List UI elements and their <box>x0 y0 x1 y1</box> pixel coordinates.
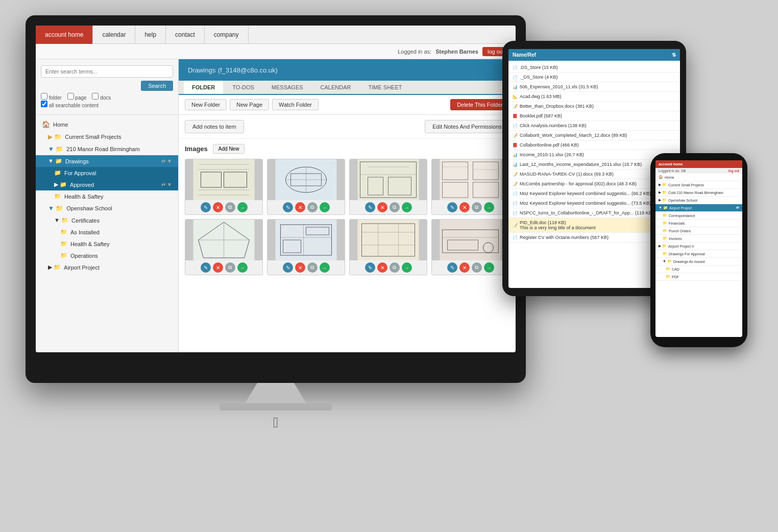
list-item[interactable]: 📝 Better_than_Dropbox.docx (381 KB) <box>508 102 680 111</box>
phone-item-airport[interactable]: ▼ 📁 Airport Project ⇄ <box>655 204 742 212</box>
sidebar-item-current-small[interactable]: ▶ 📁 Current Small Projects <box>36 131 178 143</box>
search-input[interactable] <box>41 65 173 78</box>
sidebar-item-certificates[interactable]: ▼ 📁 Certificates <box>36 214 178 226</box>
thumb-copy-btn[interactable]: ⧉ <box>307 202 318 212</box>
thumb-copy-btn[interactable]: ⧉ <box>472 202 482 212</box>
sidebar-item-approved[interactable]: ▶ 📁 Approved ⇄ ▼ <box>36 179 178 190</box>
add-new-image-button[interactable]: Add New <box>213 144 245 154</box>
phone-item-punch-orders[interactable]: 📁 Punch Orders <box>655 227 742 235</box>
nav-tab-company[interactable]: company <box>205 26 249 44</box>
phone-logout[interactable]: log out <box>728 169 739 173</box>
watch-folder-button[interactable]: Watch Folder <box>272 99 319 110</box>
thumb-move-btn[interactable]: → <box>484 262 494 273</box>
phone-item-current-small[interactable]: ▶ 📁 Current Small Projects <box>655 181 742 189</box>
phone-item-drawings-issued[interactable]: ▼ 📁 Drawings As Issued <box>655 258 742 265</box>
thumb-move-btn[interactable]: → <box>484 202 494 212</box>
thumb-delete-btn[interactable]: ✕ <box>377 202 387 212</box>
tab-messages[interactable]: MESSAGES <box>263 81 311 94</box>
thumb-delete-btn[interactable]: ✕ <box>295 202 305 212</box>
phone-item-openshaw[interactable]: ▶ 📁 Openshaw School <box>655 197 742 204</box>
sidebar-item-as-installed[interactable]: 📁 As Installed <box>36 226 178 238</box>
list-item[interactable]: 📐 Acad.dwg (1.63 MB) <box>508 92 680 102</box>
thumb-copy-btn[interactable]: ⧉ <box>472 262 482 273</box>
list-item[interactable]: 📝 Collabor8_Work_completed_March_12.docx… <box>508 131 680 140</box>
sidebar-item-manor-road[interactable]: ▼ 📁 210 Manor Road Birmingham <box>36 143 178 155</box>
phone-item-correspondance[interactable]: 📁 Correspondance <box>655 212 742 220</box>
list-item[interactable]: 📄 ._DS_Store (4 KB) <box>508 72 680 82</box>
folder-checkbox[interactable] <box>41 93 47 100</box>
list-item[interactable]: 📄 Click Analysis.numbers (138 KB) <box>508 121 680 131</box>
phone-item-financials[interactable]: 📁 Financials <box>655 220 742 227</box>
nav-tab-account-home[interactable]: account home <box>36 26 93 44</box>
all-content-checkbox[interactable] <box>41 101 47 107</box>
thumb-delete-btn[interactable]: ✕ <box>213 202 223 212</box>
phone-item-drawings-approval[interactable]: 📁 Drawings For Approval <box>655 250 742 258</box>
item-label: PDF <box>672 275 679 279</box>
thumb-edit-btn[interactable]: ✎ <box>283 202 293 212</box>
phone-item-manor[interactable]: ▶ 📁 Cold 210 Manor Road Birmingham <box>655 189 742 197</box>
tab-todos[interactable]: TO-DOS <box>224 81 262 94</box>
list-item[interactable]: 📕 Collabor8online.pdf (466 KB) <box>508 140 680 150</box>
thumb-edit-btn[interactable]: ✎ <box>283 262 293 273</box>
delete-folder-button[interactable]: Delete This Folder <box>450 99 509 110</box>
thumb-copy-btn[interactable]: ⧉ <box>390 202 400 212</box>
nav-tab-contact[interactable]: contact <box>166 26 205 44</box>
file-name: MASUD-RANA-TAREK-CV (1).docx (69.3 KB) <box>520 172 614 177</box>
thumb-delete-btn[interactable]: ✕ <box>295 262 305 273</box>
thumb-copy-btn[interactable]: ⧉ <box>390 262 400 273</box>
file-name: Booklet.pdf (687 KB) <box>520 113 562 118</box>
phone-item-cad[interactable]: 📁 CAD <box>655 265 742 273</box>
tab-timesheet[interactable]: TIME SHEET <box>360 81 410 94</box>
docs-checkbox[interactable] <box>92 93 99 100</box>
sidebar-item-airport[interactable]: ▶ 📁 Airport Project <box>36 261 178 273</box>
add-notes-button[interactable]: Add notes to item <box>185 120 244 133</box>
thumb-edit-btn[interactable]: ✎ <box>201 262 211 273</box>
thumb-delete-btn[interactable]: ✕ <box>459 202 470 212</box>
thumb-move-btn[interactable]: → <box>402 202 412 212</box>
new-page-button[interactable]: New Page <box>230 99 269 110</box>
nav-tab-help[interactable]: help <box>135 26 166 44</box>
thumb-copy-btn[interactable]: ⧉ <box>307 262 318 273</box>
thumb-move-btn[interactable]: → <box>320 262 330 273</box>
file-icon: 📄 <box>513 65 518 70</box>
thumb-copy-btn[interactable]: ⧉ <box>225 202 235 212</box>
phone-item-home[interactable]: 🏠 Home <box>655 174 742 181</box>
thumb-move-btn[interactable]: → <box>237 262 248 273</box>
sidebar-item-drawings[interactable]: ▼ 📁 Drawings ⇄ ▼ <box>36 155 178 167</box>
thumb-delete-btn[interactable]: ✕ <box>459 262 470 273</box>
thumb-edit-btn[interactable]: ✎ <box>447 262 457 273</box>
thumb-edit-btn[interactable]: ✎ <box>201 202 211 212</box>
new-folder-button[interactable]: New Folder <box>185 99 227 110</box>
search-options: folder page docs all searchable content <box>41 91 173 108</box>
sidebar-item-health-saftey-2[interactable]: 📁 Health & Saftey <box>36 238 178 250</box>
thumb-delete-btn[interactable]: ✕ <box>377 262 387 273</box>
thumb-delete-btn[interactable]: ✕ <box>213 262 223 273</box>
page-checkbox[interactable] <box>67 93 74 100</box>
list-item[interactable]: 📄 .DS_Store (15 KB) <box>508 63 680 72</box>
thumb-edit-btn[interactable]: ✎ <box>365 202 375 212</box>
nav-tab-calendar[interactable]: calendar <box>93 26 135 44</box>
sidebar-item-operations[interactable]: 📁 Operations <box>36 250 178 261</box>
sidebar-item-for-approval[interactable]: 📁 For Approval <box>36 167 178 179</box>
tab-calendar[interactable]: CALENDAR <box>312 81 359 94</box>
tablet-sort-icon[interactable]: ⇅ <box>672 52 676 58</box>
sidebar-item-health-saftey-1[interactable]: 📁 Health & Saftey <box>36 190 178 202</box>
sidebar-item-home[interactable]: 🏠 Home <box>36 118 178 131</box>
sidebar-item-openshaw[interactable]: ▼ 📁 Openshaw School <box>36 202 178 214</box>
thumb-edit-btn[interactable]: ✎ <box>447 202 457 212</box>
edit-permissions-button[interactable]: Edit Notes And Permissions <box>425 120 509 133</box>
folder-open-icon: ▼ 📁 <box>659 206 668 210</box>
thumb-move-btn[interactable]: → <box>320 202 330 212</box>
thumb-move-btn[interactable]: → <box>402 262 412 273</box>
thumb-edit-btn[interactable]: ✎ <box>365 262 375 273</box>
phone-item-airport2[interactable]: ▶ 📁 Airport Project II <box>655 243 742 250</box>
search-button[interactable]: Search <box>141 81 173 91</box>
phone-item-pdf[interactable]: 📁 PDF <box>655 273 742 281</box>
sidebar: Search folder page docs all searchable c… <box>36 59 179 352</box>
thumb-move-btn[interactable]: → <box>237 202 248 212</box>
tab-folder[interactable]: FOLDER <box>184 81 223 94</box>
thumb-copy-btn[interactable]: ⧉ <box>225 262 235 273</box>
list-item[interactable]: 📊 506_Expenses_2010_11.xls (31.5 KB) <box>508 82 680 92</box>
list-item[interactable]: 📕 Booklet.pdf (687 KB) <box>508 111 680 121</box>
phone-item-invoices[interactable]: 📁 Invoices <box>655 235 742 243</box>
